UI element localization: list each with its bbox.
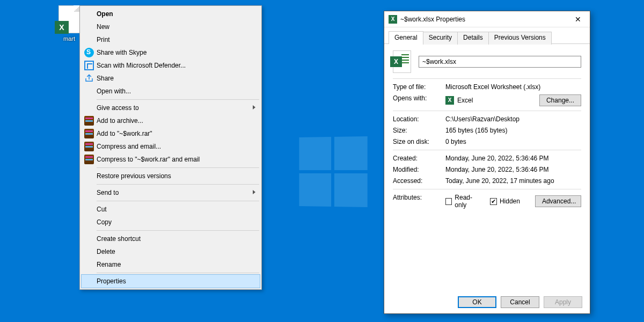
properties-dialog: X ~$work.xlsx Properties ✕ General Secur… bbox=[384, 11, 590, 314]
excel-badge-icon: X bbox=[55, 21, 69, 34]
dialog-tabs: General Security Details Previous Versio… bbox=[384, 27, 590, 44]
share-icon bbox=[84, 74, 94, 83]
label-opens-with: Opens with: bbox=[393, 94, 445, 106]
value-size-on-disk: 0 bytes bbox=[445, 138, 581, 145]
menu-create-shortcut[interactable]: Create shortcut bbox=[82, 232, 260, 245]
checkbox-icon bbox=[445, 198, 452, 205]
filename-input[interactable] bbox=[419, 56, 581, 68]
value-modified: Monday, June 20, 2022, 5:36:46 PM bbox=[445, 166, 581, 173]
menu-separator bbox=[97, 273, 259, 273]
defender-icon bbox=[84, 61, 94, 70]
label-created: Created: bbox=[393, 155, 445, 162]
change-button[interactable]: Change... bbox=[539, 94, 581, 106]
cancel-button[interactable]: Cancel bbox=[501, 296, 539, 308]
menu-new[interactable]: New bbox=[82, 20, 260, 33]
winrar-icon bbox=[84, 155, 94, 164]
label-attributes: Attributes: bbox=[393, 194, 445, 209]
value-opens-with: Excel bbox=[457, 97, 473, 104]
menu-copy[interactable]: Copy bbox=[82, 216, 260, 229]
winrar-icon bbox=[84, 142, 94, 151]
label-accessed: Accessed: bbox=[393, 177, 445, 185]
value-created: Monday, June 20, 2022, 5:36:46 PM bbox=[445, 155, 581, 162]
apply-button[interactable]: Apply bbox=[544, 296, 582, 308]
menu-print[interactable]: Print bbox=[82, 33, 260, 46]
checkbox-icon: ✔ bbox=[490, 198, 497, 205]
menu-rename[interactable]: Rename bbox=[82, 258, 260, 271]
tab-general[interactable]: General bbox=[389, 31, 423, 44]
menu-scan-defender[interactable]: Scan with Microsoft Defender... bbox=[82, 59, 260, 72]
label-size-on-disk: Size on disk: bbox=[393, 138, 445, 145]
menu-separator bbox=[97, 201, 259, 201]
tab-body-general: X Type of file: Microsoft Excel Workshee… bbox=[384, 44, 590, 291]
skype-icon bbox=[84, 48, 94, 57]
menu-restore-previous[interactable]: Restore previous versions bbox=[82, 170, 260, 182]
excel-file-icon: X bbox=[58, 5, 80, 33]
menu-separator bbox=[97, 99, 259, 100]
submenu-arrow-icon bbox=[253, 105, 255, 109]
value-type-of-file: Microsoft Excel Worksheet (.xlsx) bbox=[445, 83, 581, 91]
menu-cut[interactable]: Cut bbox=[82, 203, 260, 216]
winrar-icon bbox=[84, 116, 94, 126]
dialog-titlebar[interactable]: X ~$work.xlsx Properties ✕ bbox=[384, 11, 590, 27]
close-button[interactable]: ✕ bbox=[566, 11, 590, 27]
menu-delete[interactable]: Delete bbox=[82, 245, 260, 258]
menu-separator bbox=[97, 167, 259, 168]
file-context-menu: Open New Print Share with Skype Scan wit… bbox=[79, 5, 262, 290]
label-location: Location: bbox=[393, 115, 445, 123]
tab-previous-versions[interactable]: Previous Versions bbox=[488, 32, 552, 45]
winrar-icon bbox=[84, 129, 94, 138]
menu-open[interactable]: Open bbox=[82, 8, 260, 20]
dialog-button-row: OK Cancel Apply bbox=[384, 291, 590, 313]
windows-logo-watermark bbox=[299, 136, 367, 207]
menu-compress-named-email[interactable]: Compress to "~$work.rar" and email bbox=[82, 153, 260, 166]
menu-send-to[interactable]: Send to bbox=[82, 186, 260, 199]
menu-add-archive[interactable]: Add to archive... bbox=[82, 114, 260, 127]
ok-button[interactable]: OK bbox=[458, 296, 496, 308]
menu-add-named-rar[interactable]: Add to "~$work.rar" bbox=[82, 127, 260, 140]
menu-share-skype[interactable]: Share with Skype bbox=[82, 46, 260, 59]
value-location: C:\Users\Razvan\Desktop bbox=[445, 115, 581, 123]
menu-give-access[interactable]: Give access to bbox=[82, 101, 260, 114]
label-type-of-file: Type of file: bbox=[393, 83, 445, 91]
menu-share[interactable]: Share bbox=[82, 72, 260, 85]
value-size: 165 bytes (165 bytes) bbox=[445, 127, 581, 134]
menu-separator bbox=[97, 230, 259, 231]
checkbox-hidden[interactable]: ✔ Hidden bbox=[490, 197, 520, 205]
excel-icon: X bbox=[389, 15, 397, 24]
menu-separator bbox=[97, 184, 259, 185]
label-size: Size: bbox=[393, 127, 445, 134]
excel-file-large-icon: X bbox=[393, 50, 411, 73]
dialog-title: ~$work.xlsx Properties bbox=[400, 16, 566, 23]
submenu-arrow-icon bbox=[253, 190, 255, 194]
label-modified: Modified: bbox=[393, 166, 445, 173]
menu-compress-email[interactable]: Compress and email... bbox=[82, 140, 260, 153]
excel-app-icon: X bbox=[445, 96, 454, 105]
value-accessed: Today, June 20, 2022, 17 minutes ago bbox=[445, 177, 581, 185]
menu-properties[interactable]: Properties bbox=[82, 275, 260, 288]
menu-open-with[interactable]: Open with... bbox=[82, 85, 260, 98]
tab-security[interactable]: Security bbox=[423, 32, 458, 45]
checkbox-read-only[interactable]: Read-only bbox=[445, 194, 482, 209]
tab-details[interactable]: Details bbox=[457, 32, 489, 45]
advanced-button[interactable]: Advanced... bbox=[535, 195, 581, 207]
